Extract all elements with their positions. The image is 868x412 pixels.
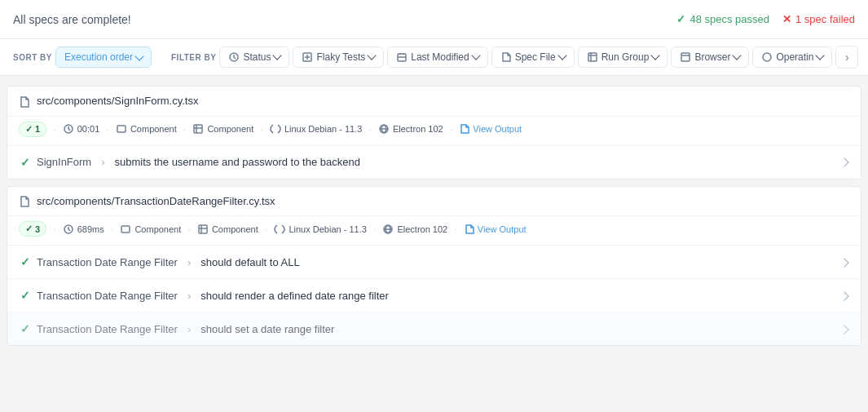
- filter-label: FILTER BY: [171, 53, 216, 62]
- test-row-chevron-2-1: [839, 258, 848, 267]
- test-pass-icon-1-1: ✓: [20, 156, 30, 169]
- svg-point-5: [763, 53, 771, 61]
- status-chevron-icon: [273, 51, 282, 60]
- test-row-left-2-1: ✓ Transaction Date Range Filter › should…: [20, 255, 300, 268]
- spec-file-icon-2: [19, 195, 30, 208]
- spec-os-2: Linux Debian - 11.3: [274, 224, 366, 235]
- spec-filename-2: src/components/TransactionDateRangeFilte…: [37, 195, 275, 207]
- spec-file-icon-1: [19, 95, 30, 108]
- test-row-chevron-2-3: [839, 325, 848, 334]
- arrow-sep-1-1: ›: [101, 156, 104, 168]
- arrow-sep-2-1: ›: [187, 256, 191, 268]
- sort-group: SORT BY Execution order: [13, 47, 152, 68]
- rungroup-icon: [587, 51, 598, 64]
- filter-os-button[interactable]: Operatin: [752, 47, 832, 69]
- more-icon: ›: [845, 51, 849, 64]
- arrow-sep-2-2: ›: [187, 290, 191, 302]
- svg-rect-12: [199, 225, 207, 233]
- svg-rect-3: [588, 53, 597, 61]
- spec-os-1: Linux Debian - 11.3: [270, 123, 362, 135]
- filter-browser-label: Browser: [694, 51, 730, 63]
- sort-chevron-icon: [134, 51, 143, 60]
- spec-pass-badge-1: ✓ 1: [19, 122, 46, 137]
- sort-selected-label: Execution order: [64, 51, 133, 63]
- browser-chevron-icon: [733, 51, 742, 60]
- filter-rungroup-button[interactable]: Run Group: [578, 47, 668, 69]
- spec-group-2: src/components/TransactionDateRangeFilte…: [7, 186, 861, 347]
- flaky-chevron-icon: [368, 51, 377, 60]
- more-filters-button[interactable]: ›: [835, 46, 858, 69]
- os-chevron-icon: [816, 51, 825, 60]
- test-row-chevron-2-2: [839, 291, 848, 300]
- svg-rect-7: [117, 126, 126, 132]
- test-row-2-2[interactable]: ✓ Transaction Date Range Filter › should…: [7, 278, 861, 312]
- spec-duration-1: 00:01: [63, 123, 100, 135]
- svg-rect-4: [681, 53, 690, 61]
- filter-bar: SORT BY Execution order FILTER BY Status…: [0, 39, 868, 76]
- test-row-left-2-2: ✓ Transaction Date Range Filter › should…: [20, 289, 389, 302]
- test-row-2-1[interactable]: ✓ Transaction Date Range Filter › should…: [7, 245, 861, 278]
- fail-x-icon: ✕: [782, 13, 791, 25]
- spec-type2-1: Component: [192, 123, 253, 135]
- test-pass-icon-2-1: ✓: [20, 255, 30, 268]
- spec-meta-2: ✓ 3 · 689ms · Component · Component · Li…: [7, 216, 861, 245]
- completion-message: All specs are complete!: [13, 13, 131, 26]
- spec-type1-2: Component: [120, 224, 181, 235]
- spec-pass-badge-2: ✓ 3: [19, 221, 46, 237]
- spec-badge-num-1: 1: [35, 124, 40, 134]
- filter-specfile-button[interactable]: Spec File: [491, 47, 575, 69]
- top-bar: All specs are complete! ✓ 48 specs passe…: [0, 0, 868, 39]
- status-icon: [228, 51, 240, 64]
- pass-check-1: ✓: [25, 124, 33, 135]
- content-area: src/components/SignInForm.cy.tsx ✓ 1 · 0…: [0, 76, 868, 362]
- spec-group-1: src/components/SignInForm.cy.tsx ✓ 1 · 0…: [7, 86, 861, 179]
- stats-group: ✓ 48 specs passed ✕ 1 spec failed: [676, 13, 855, 25]
- filter-lastmodified-button[interactable]: Last Modified: [387, 47, 487, 69]
- filter-flaky-button[interactable]: Flaky Tests: [293, 47, 384, 69]
- spec-filename-1: src/components/SignInForm.cy.tsx: [37, 95, 198, 107]
- failed-count: 1 spec failed: [795, 13, 855, 25]
- svg-rect-8: [194, 125, 202, 133]
- spec-meta-1: ✓ 1 · 00:01 · Component · Component · Li…: [7, 117, 861, 145]
- rungroup-chevron-icon: [651, 51, 660, 60]
- view-output-link-2[interactable]: View Output: [464, 224, 527, 235]
- test-row-chevron-1-1: [839, 157, 848, 166]
- spec-badge-num-2: 3: [35, 224, 40, 234]
- spec-header-2: src/components/TransactionDateRangeFilte…: [7, 187, 861, 217]
- passed-count: 48 specs passed: [690, 13, 769, 25]
- view-output-link-1[interactable]: View Output: [459, 123, 522, 135]
- passed-stats: ✓ 48 specs passed: [676, 13, 769, 25]
- spec-browser-2: Electron 102: [382, 224, 447, 235]
- filter-rungroup-label: Run Group: [601, 51, 650, 63]
- svg-rect-11: [121, 226, 130, 233]
- spec-browser-1: Electron 102: [378, 123, 443, 135]
- test-row-left-2-3: ✓ Transaction Date Range Filter › should…: [20, 322, 334, 335]
- test-row-2-3[interactable]: ✓ Transaction Date Range Filter › should…: [7, 312, 861, 345]
- test-pass-icon-2-2: ✓: [20, 289, 30, 302]
- test-pass-icon-2-3: ✓: [20, 322, 30, 335]
- sort-execution-order-button[interactable]: Execution order: [55, 47, 152, 68]
- spec-type1-1: Component: [116, 123, 177, 135]
- specfile-chevron-icon: [557, 51, 566, 60]
- spec-header-1: src/components/SignInForm.cy.tsx: [7, 86, 861, 117]
- test-row-1-1[interactable]: ✓ SignInForm › submits the username and …: [7, 145, 861, 179]
- filter-status-label: Status: [243, 51, 271, 63]
- flaky-icon: [302, 51, 313, 64]
- arrow-sep-2-3: ›: [187, 323, 191, 335]
- filter-os-label: Operatin: [776, 51, 813, 63]
- pass-check-icon: ✓: [676, 13, 685, 25]
- spec-type2-2: Component: [197, 224, 258, 235]
- lastmodified-chevron-icon: [471, 51, 480, 60]
- filter-browser-button[interactable]: Browser: [671, 47, 749, 69]
- browser-icon: [680, 51, 691, 64]
- filter-flaky-label: Flaky Tests: [316, 51, 365, 63]
- sort-label: SORT BY: [13, 53, 52, 62]
- filter-lastmodified-label: Last Modified: [411, 51, 469, 63]
- filter-status-button[interactable]: Status: [219, 47, 289, 69]
- specfile-icon: [500, 51, 512, 64]
- test-row-left-1-1: ✓ SignInForm › submits the username and …: [20, 156, 360, 169]
- os-icon: [761, 51, 773, 64]
- pass-check-2: ✓: [25, 224, 33, 234]
- filter-group: FILTER BY Status Flaky Tests Last Modifi…: [171, 46, 858, 69]
- filter-specfile-label: Spec File: [515, 51, 556, 63]
